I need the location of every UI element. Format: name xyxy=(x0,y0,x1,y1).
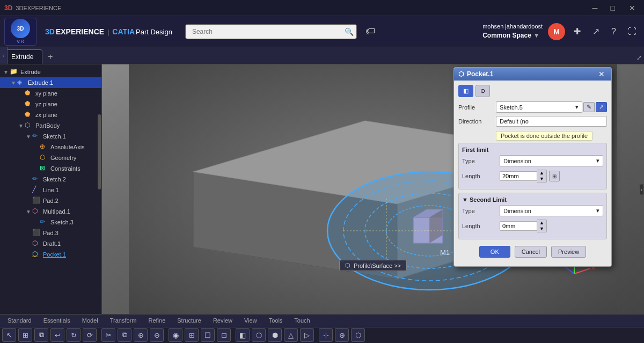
tree-item-geometry[interactable]: ⬡ Geometry xyxy=(0,152,101,163)
brand-catia: CATIA xyxy=(112,27,135,36)
search-bar: 🔍 xyxy=(185,24,357,39)
fullscreen-button[interactable]: ⛶ xyxy=(625,25,640,39)
cancel-button[interactable]: Cancel xyxy=(515,246,547,258)
minimize-button[interactable]: ─ xyxy=(589,3,601,13)
right-expand-button[interactable]: › xyxy=(639,184,644,195)
add-button[interactable]: ✚ xyxy=(570,24,584,39)
second-length-input[interactable] xyxy=(500,221,537,231)
tree-item-pad3[interactable]: ⬛ Pad.3 xyxy=(0,228,101,238)
multipad1-icon: ⬡ xyxy=(32,207,41,216)
btab-standard[interactable]: Standard xyxy=(2,316,37,325)
bottom-icon-grid[interactable]: ⊹ xyxy=(319,328,333,342)
bottom-icon-measure[interactable]: ☐ xyxy=(201,328,215,342)
tree-root[interactable]: ▼ 📁 Extrude xyxy=(0,67,101,77)
logo-subtitle: V.R xyxy=(17,39,24,44)
sketch1-expand: ▼ xyxy=(26,134,32,140)
btab-structure[interactable]: Structure xyxy=(172,316,207,325)
btab-tools[interactable]: Tools xyxy=(264,316,288,325)
tree-item-partbody[interactable]: ▼ ⬡ PartBody xyxy=(0,120,101,131)
tree-item-zx[interactable]: ⬟ zx plane xyxy=(0,110,101,120)
btab-refine[interactable]: Refine xyxy=(143,316,171,325)
tree-item-absaxis[interactable]: ⊕ AbsoluteAxis xyxy=(0,142,101,152)
tree-item-sketch2[interactable]: ✏ Sketch.2 xyxy=(0,174,101,185)
tree-item-yz[interactable]: ⬟ yz plane xyxy=(0,99,101,110)
direction-value-text: Default (no xyxy=(500,118,529,125)
tree-item-extrude1[interactable]: ▼ ◈ Extrude.1 xyxy=(0,77,101,88)
search-input[interactable] xyxy=(185,24,357,39)
tree-item-sketch1[interactable]: ▼ ✏ Sketch.1 xyxy=(0,131,101,142)
preview-button[interactable]: Preview xyxy=(551,246,586,258)
pocket1-icon: ⬡ xyxy=(32,250,41,259)
tree-item-xy[interactable]: ⬟ xy plane xyxy=(0,88,101,99)
btab-review[interactable]: Review xyxy=(208,316,238,325)
bottom-icon-view2[interactable]: ⬡ xyxy=(252,328,266,342)
second-length-down[interactable]: ▼ xyxy=(537,226,546,232)
first-length-up[interactable]: ▲ xyxy=(537,170,546,176)
dialog-icon: ⬡ xyxy=(458,70,464,78)
add-tab-button[interactable]: + xyxy=(43,51,57,63)
bottom-icon-cut[interactable]: ✂ xyxy=(101,328,115,342)
bottom-icon-2[interactable]: ⊞ xyxy=(18,328,32,342)
app-logo-icon: 3D xyxy=(4,4,12,12)
btab-model[interactable]: Model xyxy=(77,316,104,325)
second-length-up[interactable]: ▲ xyxy=(537,220,546,226)
bottom-icon-select[interactable]: ◉ xyxy=(169,328,182,342)
profile-select-button[interactable]: ↗ xyxy=(596,102,607,112)
partbody-icon: ⬡ xyxy=(25,121,33,130)
bottom-icon-view3[interactable]: ⬢ xyxy=(268,328,282,342)
dialog-tab-more[interactable]: ⊙ xyxy=(475,85,490,97)
bottom-icon-scale[interactable]: ⊖ xyxy=(150,328,164,342)
dialog-close-button[interactable]: ✕ xyxy=(596,70,607,78)
bottom-icon-view1[interactable]: ◧ xyxy=(236,328,250,342)
bottom-icon-move[interactable]: ⊕ xyxy=(134,328,148,342)
search-button[interactable]: 🔍 xyxy=(345,27,354,36)
share-button[interactable]: ↗ xyxy=(589,24,603,39)
close-window-button[interactable]: ✕ xyxy=(625,3,640,13)
tree-item-line1[interactable]: ╱ Line.1 xyxy=(0,185,101,195)
bottom-icon-rotate[interactable]: ⟳ xyxy=(83,328,97,342)
tree-item-pad2[interactable]: ⬛ Pad.2 xyxy=(0,195,101,206)
profile-edit-button[interactable]: ✎ xyxy=(583,102,595,112)
first-length-row: Length ▲ ▼ ⊞ xyxy=(462,170,603,183)
tree-item-pocket1[interactable]: ⬡ Pocket.1 xyxy=(0,249,101,260)
bottom-icon-render[interactable]: ▷ xyxy=(300,328,314,342)
btab-touch[interactable]: Touch xyxy=(289,316,315,325)
tree-item-draft1[interactable]: ⬡ Draft.1 xyxy=(0,238,101,249)
dialog-tab-main[interactable]: ◧ xyxy=(458,85,473,97)
bottom-icon-analyze[interactable]: ⊡ xyxy=(217,328,231,342)
btab-essentials[interactable]: Essentials xyxy=(38,316,76,325)
direction-row: Direction Default (no xyxy=(458,116,607,127)
direction-field-label: Direction xyxy=(458,118,496,125)
tree-item-constraints[interactable]: ⊠ Constraints xyxy=(0,163,101,174)
bottom-icon-snap[interactable]: ⊞ xyxy=(185,328,199,342)
bottom-icon-shading[interactable]: △ xyxy=(284,328,298,342)
profile-icon: ⬡ xyxy=(345,262,350,269)
profile-surface-label[interactable]: ⬡ Profile\Surface >> xyxy=(339,260,407,271)
tree-scrollbar[interactable] xyxy=(98,114,101,189)
first-length-down[interactable]: ▼ xyxy=(537,176,546,182)
bottom-icon-undo[interactable]: ↩ xyxy=(50,328,64,342)
tree-item-sketch3[interactable]: ✏ Sketch.3 xyxy=(0,217,101,228)
tree-item-multipad1[interactable]: ▼ ⬡ Multipad.1 xyxy=(0,206,101,217)
bottom-icon-redo[interactable]: ↻ xyxy=(67,328,80,342)
btab-transform[interactable]: Transform xyxy=(105,316,142,325)
maximize-button[interactable]: □ xyxy=(608,3,618,13)
first-limit-title: First limit xyxy=(462,147,603,153)
bottom-icon-axis[interactable]: ⬡ xyxy=(351,328,365,342)
btab-view[interactable]: View xyxy=(239,316,262,325)
bottom-icon-plane[interactable]: ⊕ xyxy=(335,328,349,342)
ok-button[interactable]: OK xyxy=(479,246,510,258)
first-length-lock-button[interactable]: ⊞ xyxy=(549,171,560,181)
second-type-value: Dimension ▾ xyxy=(500,205,603,216)
sketch3-label: Sketch.3 xyxy=(50,219,74,225)
bottom-icon-3[interactable]: ⧉ xyxy=(34,328,48,342)
first-length-input[interactable] xyxy=(500,171,537,181)
expand-panel-button[interactable]: ⤢ xyxy=(636,54,642,62)
tab-extrude[interactable]: Extrude xyxy=(2,49,42,64)
bottom-icon-1[interactable]: ↖ xyxy=(2,328,16,342)
help-button[interactable]: ? xyxy=(608,25,619,39)
sidebar-toggle[interactable]: ‹ xyxy=(0,47,8,64)
first-length-spinner: ▲ ▼ xyxy=(500,170,547,183)
bottom-icon-copy[interactable]: ⧉ xyxy=(118,328,131,342)
space-dropdown-btn[interactable]: ▼ xyxy=(533,32,540,39)
